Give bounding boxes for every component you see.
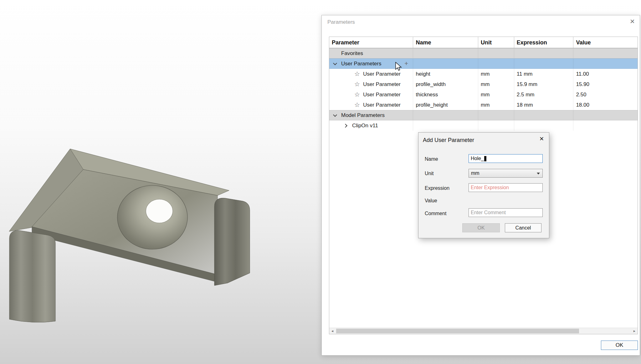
row-model-parameters-group[interactable]: Model Parameters <box>329 110 638 120</box>
table-row-thickness[interactable]: ☆ User Parameter thickness mm 2.5 mm 2.5… <box>329 89 638 100</box>
expression-label: Expression <box>425 185 449 191</box>
window-title: Parameters <box>327 19 355 25</box>
star-icon[interactable]: ☆ <box>354 101 360 109</box>
star-icon[interactable]: ☆ <box>354 70 360 78</box>
param-name[interactable]: profile_height <box>413 102 448 108</box>
col-value[interactable]: Value <box>573 37 638 48</box>
param-unit[interactable]: mm <box>478 81 490 88</box>
table-row-profile-height[interactable]: ☆ User Parameter profile_height mm 18 mm… <box>329 100 638 110</box>
param-unit[interactable]: mm <box>478 92 490 98</box>
param-expression[interactable]: 15.9 mm <box>514 81 537 88</box>
chevron-down-icon[interactable] <box>333 113 337 117</box>
scrollbar-thumb[interactable] <box>336 329 579 333</box>
chevron-down-icon <box>537 173 540 174</box>
param-value: 15.90 <box>573 81 589 88</box>
row-type-label: User Parameter <box>363 92 401 98</box>
row-type-label: User Parameter <box>363 81 401 88</box>
comment-input[interactable] <box>469 208 543 217</box>
scroll-right-icon[interactable]: ► <box>631 328 638 334</box>
clipon-label: ClipOn v11 <box>352 123 378 129</box>
row-clipon[interactable]: ClipOn v11 <box>329 120 638 131</box>
ok-button[interactable]: OK <box>601 341 638 350</box>
close-icon[interactable]: × <box>630 17 635 25</box>
unit-dropdown[interactable]: mm <box>469 169 543 178</box>
name-value: Hole_ <box>471 156 484 161</box>
user-parameters-label: User Parameters <box>341 61 381 67</box>
add-user-parameter-dialog: Add User Parameter ✕ Name Hole_ Unit mm … <box>418 132 549 238</box>
param-value: 11.00 <box>573 71 589 77</box>
dialog-title: Add User Parameter <box>423 137 474 144</box>
param-unit[interactable]: mm <box>478 102 490 108</box>
unit-value: mm <box>471 170 479 176</box>
param-name[interactable]: profile_width <box>413 81 445 88</box>
table-row-height[interactable]: ☆ User Parameter height mm 11 mm 11.00 <box>329 69 638 79</box>
mouse-cursor-icon <box>395 62 403 73</box>
param-expression[interactable]: 2.5 mm <box>514 92 535 98</box>
star-icon[interactable]: ☆ <box>354 91 360 98</box>
chevron-down-icon[interactable] <box>333 61 337 65</box>
param-value: 2.50 <box>573 92 586 98</box>
horizontal-scrollbar[interactable]: ◄ ► <box>329 328 638 334</box>
cancel-button[interactable]: Cancel <box>505 223 541 232</box>
text-caret <box>484 156 486 161</box>
param-expression[interactable]: 11 mm <box>514 71 533 77</box>
row-favorites[interactable]: Favorites <box>329 48 638 58</box>
table-row-profile-width[interactable]: ☆ User Parameter profile_width mm 15.9 m… <box>329 79 638 89</box>
model-parameters-label: Model Parameters <box>341 112 385 119</box>
comment-label: Comment <box>425 211 446 216</box>
value-label: Value <box>425 198 437 204</box>
name-input[interactable]: Hole_ <box>469 154 543 163</box>
col-unit[interactable]: Unit <box>478 37 514 48</box>
chevron-right-icon[interactable] <box>343 124 347 128</box>
scroll-left-icon[interactable]: ◄ <box>329 328 336 334</box>
col-parameter[interactable]: Parameter <box>329 37 413 48</box>
3d-viewport[interactable] <box>8 145 253 328</box>
row-type-label: User Parameter <box>363 102 401 108</box>
name-label: Name <box>425 156 438 162</box>
favorites-label: Favorites <box>341 50 363 57</box>
row-user-parameters-group[interactable]: User Parameters + <box>329 58 638 69</box>
col-expression[interactable]: Expression <box>514 37 574 48</box>
expression-input[interactable] <box>469 183 543 192</box>
col-name[interactable]: Name <box>413 37 478 48</box>
param-unit[interactable]: mm <box>478 71 490 77</box>
param-name[interactable]: height <box>413 71 430 77</box>
param-expression[interactable]: 18 mm <box>514 102 533 108</box>
table-header: Parameter Name Unit Expression Value <box>329 37 638 48</box>
star-icon[interactable]: ☆ <box>354 80 360 88</box>
dialog-ok-button[interactable]: OK <box>462 223 500 232</box>
unit-label: Unit <box>425 171 433 176</box>
param-name[interactable]: thickness <box>413 92 438 98</box>
param-value: 18.00 <box>573 102 589 108</box>
clip-model <box>8 145 253 328</box>
add-user-parameter-icon[interactable]: + <box>404 59 408 67</box>
close-icon[interactable]: ✕ <box>539 136 544 142</box>
